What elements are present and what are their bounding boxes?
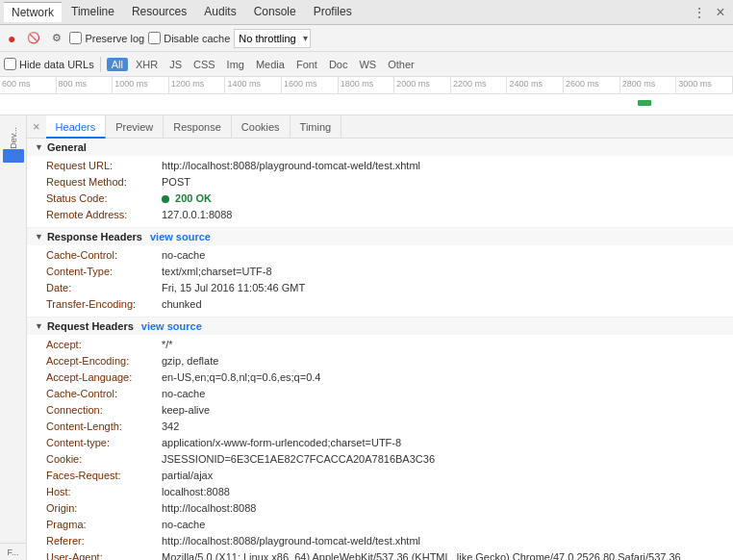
menu-item-timeline[interactable]: Timeline bbox=[63, 2, 122, 22]
prop-value: http://localhost:8088/playground-tomcat-… bbox=[162, 159, 725, 173]
menu-item-profiles[interactable]: Profiles bbox=[306, 2, 360, 22]
timeline-bar-area bbox=[0, 94, 733, 115]
preserve-log-checkbox[interactable]: Preserve log bbox=[69, 32, 144, 44]
left-sidebar: Dev... bbox=[0, 115, 27, 560]
req-prop-connection: Connection: keep-alive bbox=[46, 402, 725, 419]
tick-6: 1800 ms bbox=[339, 77, 395, 93]
response-headers-view-source-link[interactable]: view source bbox=[150, 231, 211, 242]
prop-value: keep-alive bbox=[162, 403, 725, 418]
tick-0: 600 ms bbox=[0, 77, 57, 93]
filter-other-button[interactable]: Other bbox=[384, 58, 418, 71]
filter-all-button[interactable]: All bbox=[107, 58, 128, 71]
prop-cache-control: Cache-Control: no-cache bbox=[46, 247, 725, 264]
filter-doc-button[interactable]: Doc bbox=[325, 58, 352, 71]
request-headers-section-header[interactable]: ▼ Request Headers view source bbox=[27, 318, 733, 335]
disable-cache-input[interactable] bbox=[148, 32, 161, 44]
preserve-log-input[interactable] bbox=[69, 32, 82, 44]
prop-name: Cookie: bbox=[46, 452, 162, 467]
req-prop-accept-encoding: Accept-Encoding: gzip, deflate bbox=[46, 353, 725, 369]
prop-value: POST bbox=[162, 175, 725, 190]
detail-panel[interactable]: × Headers Preview Response Cookies Timin… bbox=[27, 115, 733, 560]
filter-icon: ⚙ bbox=[52, 32, 62, 44]
tab-timing[interactable]: Timing bbox=[291, 115, 342, 139]
close-button[interactable]: × bbox=[712, 4, 729, 21]
prop-status-code: Status Code: 200 OK bbox=[46, 191, 725, 207]
request-headers-view-source-link[interactable]: view source bbox=[141, 320, 202, 332]
tab-close-button[interactable]: × bbox=[27, 115, 46, 139]
hide-data-urls-input[interactable] bbox=[4, 58, 16, 70]
menu-item-console[interactable]: Console bbox=[246, 2, 304, 22]
prop-date: Date: Fri, 15 Jul 2016 11:05:46 GMT bbox=[46, 280, 725, 296]
prop-request-url: Request URL: http://localhost:8088/playg… bbox=[46, 158, 725, 174]
prop-name: Request URL: bbox=[46, 159, 162, 173]
prop-name: Date: bbox=[46, 281, 162, 295]
filter-js-button[interactable]: JS bbox=[165, 58, 186, 71]
filter-font-button[interactable]: Font bbox=[292, 58, 321, 71]
tick-8: 2200 ms bbox=[451, 77, 508, 93]
general-section-header[interactable]: ▼ General bbox=[27, 139, 733, 156]
prop-name: Accept: bbox=[46, 338, 162, 352]
hide-data-urls-label: Hide data URLs bbox=[19, 59, 94, 70]
prop-name: Accept-Language: bbox=[46, 370, 162, 385]
filter-icon-btn[interactable]: ⚙ bbox=[48, 30, 65, 46]
response-headers-section: ▼ Response Headers view source Cache-Con… bbox=[27, 228, 733, 318]
req-prop-faces-request: Faces-Request: partial/ajax bbox=[46, 468, 725, 484]
tick-9: 2400 ms bbox=[507, 77, 564, 93]
tab-cookies[interactable]: Cookies bbox=[232, 115, 291, 139]
disable-cache-checkbox[interactable]: Disable cache bbox=[148, 32, 230, 44]
clear-button[interactable]: 🚫 bbox=[23, 30, 44, 46]
hide-data-urls-checkbox[interactable]: Hide data URLs bbox=[4, 58, 94, 70]
prop-name: Status Code: bbox=[46, 191, 162, 206]
disable-cache-label: Disable cache bbox=[164, 33, 230, 44]
record-button[interactable]: ● bbox=[4, 29, 19, 48]
prop-name: Transfer-Encoding: bbox=[46, 297, 162, 312]
menu-item-resources[interactable]: Resources bbox=[124, 2, 194, 22]
tick-10: 2600 ms bbox=[564, 77, 620, 93]
filter-img-button[interactable]: Img bbox=[223, 58, 248, 71]
menu-item-audits[interactable]: Audits bbox=[196, 2, 243, 22]
filter-xhr-button[interactable]: XHR bbox=[132, 58, 162, 71]
prop-name: Content-type: bbox=[46, 436, 162, 450]
timeline-ruler: 600 ms 800 ms 1000 ms 1200 ms 1400 ms 16… bbox=[0, 77, 733, 94]
main-content: Dev... × Headers Preview Response Cookie… bbox=[0, 115, 733, 560]
response-headers-triangle-icon: ▼ bbox=[35, 232, 43, 242]
prop-value: gzip, deflate bbox=[162, 354, 725, 369]
throttle-select[interactable]: No throttling GPRS Regular 2G Good 2G Re… bbox=[234, 29, 311, 48]
prop-name: User-Agent: bbox=[46, 550, 162, 560]
prop-name: Content-Length: bbox=[46, 420, 162, 434]
menu-items: Network Timeline Resources Audits Consol… bbox=[4, 2, 360, 22]
req-prop-host: Host: localhost:8088 bbox=[46, 484, 725, 500]
req-prop-user-agent: User-Agent: Mozilla/5.0 (X11; Linux x86_… bbox=[46, 549, 725, 560]
response-headers-content: Cache-Control: no-cache Content-Type: te… bbox=[27, 245, 733, 317]
filter-css-button[interactable]: CSS bbox=[190, 58, 219, 71]
tab-response[interactable]: Response bbox=[164, 115, 232, 139]
prop-value: Fri, 15 Jul 2016 11:05:46 GMT bbox=[162, 281, 725, 295]
tab-preview[interactable]: Preview bbox=[106, 115, 164, 139]
req-prop-origin: Origin: http://localhost:8088 bbox=[46, 500, 725, 517]
clear-icon: 🚫 bbox=[27, 32, 40, 44]
preserve-log-label: Preserve log bbox=[85, 33, 144, 44]
response-headers-section-header[interactable]: ▼ Response Headers view source bbox=[27, 228, 733, 245]
tick-4: 1400 ms bbox=[225, 77, 282, 93]
prop-name: Pragma: bbox=[46, 518, 162, 532]
request-headers-title: Request Headers bbox=[47, 320, 134, 332]
filter-media-button[interactable]: Media bbox=[252, 58, 289, 71]
menu-item-network[interactable]: Network bbox=[4, 2, 62, 22]
req-prop-cookie: Cookie: JSESSIONID=6E3CE1AE82C7FCACCA20A… bbox=[46, 451, 725, 468]
prop-name: Request Method: bbox=[46, 175, 162, 190]
filter-ws-button[interactable]: WS bbox=[355, 58, 380, 71]
more-options-button[interactable]: ⋮ bbox=[691, 4, 708, 21]
req-prop-content-length: Content-Length: 342 bbox=[46, 419, 725, 435]
throttle-wrapper: No throttling GPRS Regular 2G Good 2G Re… bbox=[234, 29, 311, 48]
req-prop-content-type: Content-type: application/x-www-form-url… bbox=[46, 435, 725, 451]
tick-1: 800 ms bbox=[57, 77, 114, 93]
prop-value-status: 200 OK bbox=[162, 191, 725, 206]
tab-headers[interactable]: Headers bbox=[46, 115, 107, 139]
sidebar-entry[interactable] bbox=[3, 149, 24, 163]
tick-2: 1000 ms bbox=[113, 77, 169, 93]
prop-value: */* bbox=[162, 338, 725, 352]
general-triangle-icon: ▼ bbox=[35, 142, 43, 152]
bottom-sidebar-label: F... bbox=[0, 543, 27, 560]
tick-7: 2000 ms bbox=[394, 77, 451, 93]
status-value: 200 OK bbox=[175, 192, 212, 204]
